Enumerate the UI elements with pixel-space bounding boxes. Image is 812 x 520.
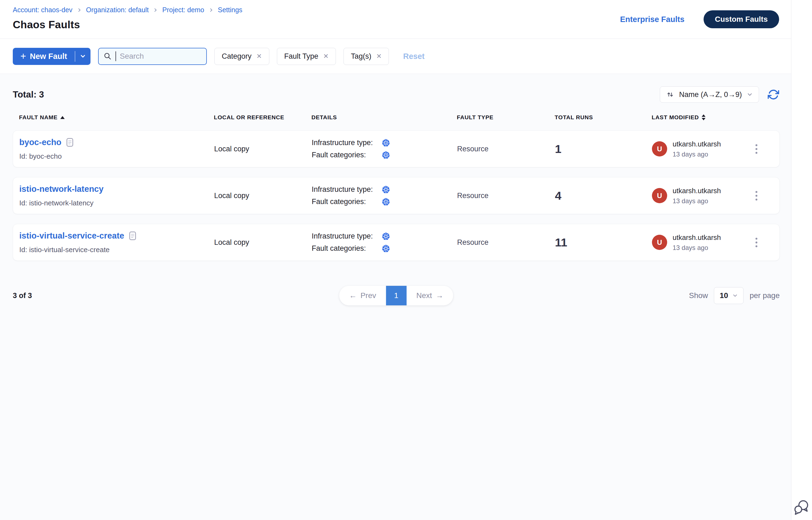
kubernetes-icon [382, 139, 390, 147]
sort-both-icon [702, 114, 706, 120]
breadcrumb-settings[interactable]: Settings [218, 6, 243, 14]
next-page-button[interactable]: Next → [407, 286, 453, 305]
column-fault-name-label: FAULT NAME [19, 114, 58, 121]
filter-fault-type[interactable]: Fault Type ✕ [277, 48, 336, 65]
modified-time: 13 days ago [673, 244, 721, 252]
fault-name-cell: istio-network-latency Id: istio-network-… [13, 184, 214, 207]
chevron-down-icon [747, 92, 753, 98]
fault-id: Id: istio-network-latency [19, 199, 214, 207]
pager: ← Prev 1 Next → [339, 286, 453, 305]
close-icon[interactable]: ✕ [256, 52, 262, 60]
column-fault-type: FAULT TYPE [457, 114, 555, 121]
column-last-modified[interactable]: LAST MODIFIED [652, 114, 744, 121]
chevron-right-icon [209, 8, 213, 12]
header-left: Account: chaos-dev Organization: default… [13, 0, 243, 38]
chevron-down-icon [80, 53, 86, 59]
toolbar: + New Fault Category ✕ Fault Type ✕ [0, 39, 791, 74]
modified-time: 13 days ago [673, 197, 721, 205]
fault-type-cell: Resource [457, 191, 555, 200]
fault-categories-label: Fault categories: [312, 198, 382, 206]
fault-id: Id: byoc-echo [19, 152, 214, 161]
column-last-modified-label: LAST MODIFIED [652, 114, 699, 121]
infrastructure-type-label: Infrastructure type: [312, 185, 382, 194]
details-cell: Infrastructure type: Fault categories: [312, 185, 457, 206]
right-rail [791, 0, 812, 520]
filter-tags-label: Tag(s) [351, 52, 371, 60]
prev-label: Prev [360, 291, 376, 300]
refresh-button[interactable] [767, 88, 780, 101]
total-runs-cell: 4 [555, 189, 652, 202]
plus-icon: + [20, 51, 26, 61]
row-menu-button[interactable] [748, 138, 764, 160]
sort-asc-icon [60, 116, 65, 119]
chevron-right-icon [153, 8, 158, 12]
details-cell: Infrastructure type: Fault categories: [312, 232, 457, 253]
page-size-zone: Show 10 per page [689, 287, 780, 304]
total-runs-cell: 11 [555, 236, 652, 249]
filter-category[interactable]: Category ✕ [214, 48, 269, 65]
avatar: U [652, 141, 667, 156]
total-count: Total: 3 [13, 89, 44, 100]
new-fault-button[interactable]: + New Fault [13, 48, 75, 65]
refresh-icon [768, 89, 779, 100]
fault-name-link[interactable]: istio-network-latency [19, 184, 104, 194]
pagination-row: 3 of 3 ← Prev 1 Next → Show 10 [13, 285, 780, 306]
search-input[interactable] [120, 52, 201, 60]
page-size-value: 10 [719, 291, 728, 300]
local-or-reference-cell: Local copy [214, 191, 312, 200]
table-header-row: FAULT NAME LOCAL OR REFERENCE DETAILS FA… [13, 114, 780, 121]
list-topbar: Total: 3 Name (A→Z, 0→9) [13, 86, 780, 103]
page-summary: 3 of 3 [13, 291, 32, 300]
header-actions: Enterprise Faults Custom Faults [620, 0, 779, 38]
enterprise-faults-link[interactable]: Enterprise Faults [620, 15, 685, 24]
arrow-left-icon: ← [349, 291, 357, 300]
filter-fault-type-label: Fault Type [284, 52, 319, 60]
row-menu-button[interactable] [748, 232, 764, 253]
last-modified-cell: U utkarsh.utkarsh 13 days ago [652, 140, 745, 158]
last-modified-cell: U utkarsh.utkarsh 13 days ago [652, 233, 745, 252]
kubernetes-icon [382, 151, 390, 159]
chaos-faults-page: Account: chaos-dev Organization: default… [0, 0, 812, 520]
table-row: byoc-echo Id: byoc-echo Local copy Infra… [13, 130, 780, 167]
fault-name-link[interactable]: byoc-echo [19, 137, 61, 147]
breadcrumb-account[interactable]: Account: chaos-dev [13, 6, 73, 14]
filter-tags[interactable]: Tag(s) ✕ [344, 48, 389, 65]
breadcrumb: Account: chaos-dev Organization: default… [13, 6, 243, 14]
fault-id: Id: istio-virtual-service-create [19, 245, 214, 254]
chevron-down-icon [732, 293, 738, 298]
kubernetes-icon [382, 244, 390, 253]
main-column: Account: chaos-dev Organization: default… [0, 0, 791, 520]
next-label: Next [416, 291, 432, 300]
fault-name-cell: istio-virtual-service-create Id: istio-v… [13, 231, 214, 254]
row-menu-button[interactable] [748, 185, 764, 206]
new-fault-dropdown-button[interactable] [75, 48, 91, 65]
page-title: Chaos Faults [13, 19, 243, 31]
sort-arrows-icon [666, 90, 674, 99]
avatar: U [652, 188, 667, 203]
infrastructure-type-label: Infrastructure type: [312, 138, 382, 147]
custom-faults-button[interactable]: Custom Faults [704, 10, 779, 28]
page-size-select[interactable]: 10 [714, 287, 743, 304]
prev-page-button[interactable]: ← Prev [339, 286, 386, 305]
avatar: U [652, 235, 667, 250]
manifest-doc-icon [129, 232, 136, 240]
close-icon[interactable]: ✕ [323, 52, 329, 60]
column-local-or-reference: LOCAL OR REFERENCE [214, 114, 311, 121]
page-number-button[interactable]: 1 [386, 286, 407, 305]
breadcrumb-project[interactable]: Project: demo [162, 6, 204, 14]
reset-filters-button[interactable]: Reset [403, 52, 425, 61]
column-fault-name[interactable]: FAULT NAME [13, 114, 214, 121]
fault-name-link[interactable]: istio-virtual-service-create [19, 231, 124, 241]
per-page-label: per page [750, 291, 780, 300]
sort-select[interactable]: Name (A→Z, 0→9) [660, 86, 759, 103]
page-header: Account: chaos-dev Organization: default… [0, 0, 791, 39]
close-icon[interactable]: ✕ [376, 52, 382, 60]
table-row: istio-network-latency Id: istio-network-… [13, 177, 780, 214]
column-total-runs: TOTAL RUNS [555, 114, 652, 121]
filter-category-label: Category [222, 52, 252, 60]
chat-support-icon[interactable] [793, 499, 810, 516]
breadcrumb-organization[interactable]: Organization: default [86, 6, 149, 14]
arrow-right-icon: → [436, 291, 443, 300]
fault-categories-label: Fault categories: [312, 244, 382, 253]
modified-time: 13 days ago [673, 151, 721, 158]
